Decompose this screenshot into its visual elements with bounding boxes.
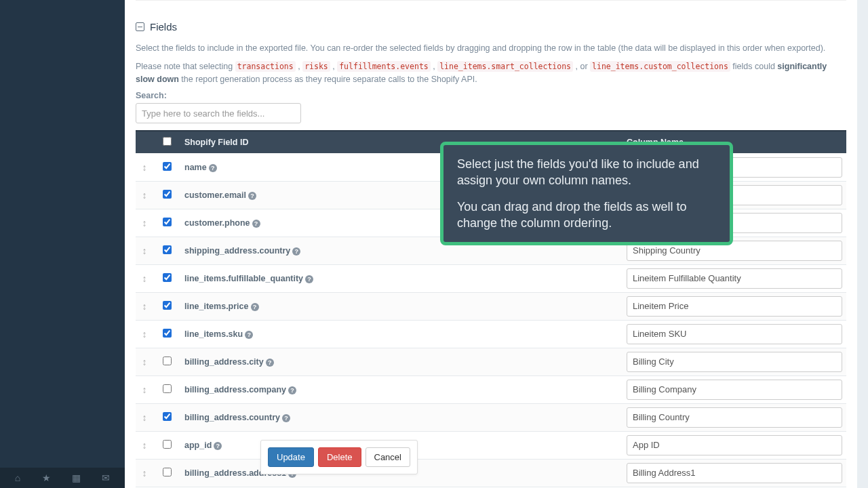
apps-icon[interactable]: ▦ — [72, 472, 81, 483]
search-label: Search: — [136, 91, 846, 100]
help-text-2: Please note that selecting transactions … — [136, 60, 846, 86]
row-checkbox[interactable] — [163, 440, 172, 449]
drag-handle-icon[interactable]: ↕ — [136, 375, 153, 403]
drag-handle-icon[interactable]: ↕ — [136, 153, 153, 181]
field-id: app_id — [184, 441, 212, 450]
code-chip: risks — [302, 61, 330, 72]
table-row: ↕billing_address.city? — [136, 348, 846, 375]
table-row: ↕line_items.fulfillable_quantity? — [136, 264, 846, 292]
field-id: billing_address.country — [184, 413, 280, 422]
table-row: ↕billing_address.country? — [136, 403, 846, 431]
help-icon[interactable]: ? — [252, 220, 260, 228]
column-name-input[interactable] — [627, 463, 842, 483]
field-id: customer.phone — [184, 218, 250, 228]
field-id: customer.email — [184, 190, 246, 200]
row-checkbox[interactable] — [163, 273, 172, 282]
code-chip: line_items.custom_collections — [590, 61, 730, 72]
help-icon[interactable]: ? — [288, 386, 296, 394]
row-checkbox[interactable] — [163, 412, 172, 421]
dashboard-icon[interactable]: ⌂ — [15, 472, 20, 483]
field-id: line_items.fulfillable_quantity — [184, 274, 303, 283]
collapse-icon[interactable] — [136, 22, 144, 31]
row-checkbox[interactable] — [163, 329, 172, 338]
help-icon[interactable]: ? — [248, 192, 256, 200]
update-button[interactable]: Update — [268, 447, 314, 467]
code-chip: transactions — [235, 61, 296, 72]
field-id: name — [184, 163, 207, 172]
search-input[interactable] — [136, 103, 301, 123]
help-icon[interactable]: ? — [305, 275, 313, 283]
table-row: ↕line_items.sku? — [136, 320, 846, 348]
delete-button[interactable]: Delete — [318, 447, 361, 467]
help-icon[interactable]: ? — [251, 303, 259, 311]
section-header[interactable]: Fields — [136, 0, 846, 39]
drag-handle-icon[interactable]: ↕ — [136, 459, 153, 487]
select-all-checkbox[interactable] — [163, 137, 172, 146]
row-checkbox[interactable] — [163, 162, 172, 171]
row-checkbox[interactable] — [163, 301, 172, 310]
column-name-input[interactable] — [627, 352, 842, 372]
section-title-text: Fields — [150, 21, 177, 33]
help-icon[interactable]: ? — [282, 414, 290, 422]
mail-icon[interactable]: ✉ — [102, 472, 110, 483]
sidebar-footer: ⌂ ★ ▦ ✉ — [0, 468, 125, 488]
column-name-input[interactable] — [627, 268, 842, 289]
drag-handle-icon[interactable]: ↕ — [136, 431, 153, 459]
drag-handle-icon[interactable]: ↕ — [136, 348, 153, 375]
cancel-button[interactable]: Cancel — [366, 447, 410, 467]
row-checkbox[interactable] — [163, 218, 172, 226]
help-icon[interactable]: ? — [209, 164, 217, 172]
onboarding-tooltip: Select just the fields you'd like to inc… — [440, 142, 733, 245]
help-icon[interactable]: ? — [266, 359, 274, 367]
code-chip: line_items.smart_collections — [437, 61, 573, 72]
help-icon[interactable]: ? — [292, 247, 300, 256]
drag-handle-icon[interactable]: ↕ — [136, 181, 153, 209]
drag-handle-icon[interactable]: ↕ — [136, 292, 153, 320]
help-icon[interactable]: ? — [245, 331, 253, 339]
column-name-input[interactable] — [627, 407, 842, 428]
help-text-1: Select the fields to include in the expo… — [136, 42, 846, 55]
field-id: billing_address.company — [184, 385, 286, 394]
row-checkbox[interactable] — [163, 468, 172, 476]
tooltip-line-2: You can drag and drop the fields as well… — [457, 199, 716, 232]
tooltip-line-1: Select just the fields you'd like to inc… — [457, 156, 716, 189]
field-id: shipping_address.country — [184, 246, 290, 256]
action-bar: Update Delete Cancel — [260, 440, 418, 474]
code-chip: fulfillments.events — [337, 61, 431, 72]
column-name-input[interactable] — [627, 380, 842, 400]
table-row: ↕line_items.price? — [136, 292, 846, 320]
row-checkbox[interactable] — [163, 357, 172, 365]
column-name-input[interactable] — [627, 324, 842, 344]
table-row: ↕app_id? — [136, 431, 846, 459]
help-icon[interactable]: ? — [214, 442, 222, 450]
column-name-input[interactable] — [627, 296, 842, 317]
row-checkbox[interactable] — [163, 384, 172, 393]
column-name-input[interactable] — [627, 435, 842, 455]
drag-handle-icon[interactable]: ↕ — [136, 209, 153, 237]
drag-handle-icon[interactable]: ↕ — [136, 403, 153, 431]
table-row: ↕billing_address.address1? — [136, 459, 846, 487]
sidebar: ⌂ ★ ▦ ✉ — [0, 0, 125, 488]
field-id: line_items.sku — [184, 329, 243, 339]
row-checkbox[interactable] — [163, 190, 172, 199]
row-checkbox[interactable] — [163, 245, 172, 254]
table-row: ↕billing_address.company? — [136, 375, 846, 403]
field-id: billing_address.city — [184, 357, 264, 367]
field-id: line_items.price — [184, 302, 249, 311]
drag-handle-icon[interactable]: ↕ — [136, 237, 153, 264]
drag-handle-icon[interactable]: ↕ — [136, 264, 153, 292]
drag-handle-icon[interactable]: ↕ — [136, 320, 153, 348]
star-icon[interactable]: ★ — [42, 472, 51, 483]
